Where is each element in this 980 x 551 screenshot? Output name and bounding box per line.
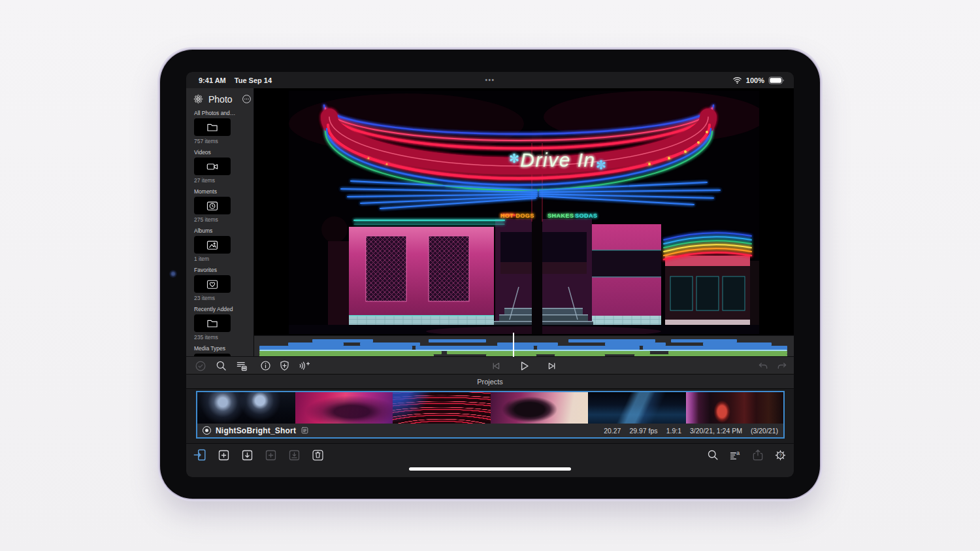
thumb-neon-arcs[interactable]: [393, 392, 491, 424]
project-aspect-ratio: 1.9:1: [666, 427, 681, 435]
search-icon[interactable]: [706, 448, 719, 461]
preview-viewer[interactable]: Drive In ✼ ✼ HOT DOGS SHAKES SODAS: [254, 88, 794, 335]
project-framerate: 29.97 fps: [629, 427, 657, 435]
project-meta: 20.27 29.97 fps 1.9:1 3/20/21, 1:24 PM (…: [604, 427, 778, 435]
playhead[interactable]: [513, 333, 514, 357]
projects-panel: NightSoBright_Short 20.27 29.97 fps 1.9:…: [186, 389, 794, 443]
skip-back-icon[interactable]: [489, 359, 502, 373]
thumb-pink-portrait[interactable]: [295, 392, 393, 424]
timeline-tracks: [259, 336, 787, 356]
sidebar-item-videos[interactable]: Videos 27 items: [186, 149, 253, 184]
drive-in-sign-text: Drive In: [520, 149, 595, 171]
import-project-icon[interactable]: [193, 448, 207, 462]
folder-icon: [206, 317, 219, 330]
kiosk-sign-sodas: SODAS: [575, 212, 598, 219]
select-check-icon[interactable]: [194, 359, 207, 373]
home-indicator[interactable]: [409, 467, 571, 471]
library-title: Photo: [208, 94, 233, 105]
notes-icon[interactable]: [301, 426, 309, 435]
favorites-heart-icon: [206, 278, 219, 291]
archive-project-icon[interactable]: [287, 448, 301, 462]
folder-icon: [206, 121, 219, 134]
projects-header: Projects: [186, 374, 794, 389]
media-toolbar: [186, 356, 794, 374]
svg-text:?: ?: [779, 452, 781, 458]
display-options-icon[interactable]: [235, 359, 248, 373]
project-cell-selected[interactable]: NightSoBright_Short 20.27 29.97 fps 1.9:…: [196, 391, 785, 439]
photos-flower-icon: [193, 93, 204, 105]
duplicate-project-icon[interactable]: [264, 448, 278, 462]
new-project-icon[interactable]: [217, 448, 231, 462]
settings-help-icon[interactable]: ?: [774, 448, 787, 462]
kiosk-sign-shakes: SHAKES: [547, 212, 574, 219]
snowflake-left-icon: ✼: [509, 152, 519, 165]
library-sidebar: Photo All Photos and… 757 items Videos: [186, 88, 254, 356]
front-camera: [169, 270, 177, 278]
home-strip: [186, 465, 794, 477]
timeline-clip-segment[interactable]: [447, 351, 650, 354]
delete-project-icon[interactable]: [311, 448, 325, 462]
undo-icon[interactable]: [757, 359, 770, 373]
library-more-button[interactable]: [241, 93, 252, 105]
ipad-device-frame: 9:41 AM Tue Sep 14 ••• 100%: [160, 50, 820, 499]
timeline-scrubber[interactable]: [254, 335, 794, 356]
preview-photo: Drive In ✼ ✼ HOT DOGS SHAKES SODAS: [289, 91, 759, 334]
multitasking-indicator: •••: [186, 76, 794, 84]
sidebar-item-all-photos[interactable]: All Photos and… 757 items: [186, 110, 253, 144]
project-name-row: NightSoBright_Short 20.27 29.97 fps 1.9:…: [197, 424, 783, 437]
download-project-icon[interactable]: [240, 448, 254, 462]
project-name: NightSoBright_Short: [216, 426, 296, 435]
video-camera-icon: [206, 160, 219, 173]
albums-photo-icon: [206, 239, 219, 252]
thumb-palm-trees[interactable]: [197, 392, 295, 424]
kiosk-sign-hot-dogs: HOT DOGS: [500, 212, 534, 219]
sort-alpha-icon[interactable]: a: [728, 448, 742, 462]
moments-clock-icon: [206, 199, 219, 212]
projects-title: Projects: [477, 378, 503, 386]
thumb-red-house[interactable]: [686, 392, 784, 424]
share-icon[interactable]: [751, 448, 764, 461]
skip-forward-icon[interactable]: [546, 359, 559, 373]
timeline-clip-segment[interactable]: [429, 339, 487, 342]
svg-text:a: a: [736, 449, 740, 456]
project-filmstrip[interactable]: [197, 392, 783, 424]
redo-icon[interactable]: [776, 359, 789, 373]
status-bar: 9:41 AM Tue Sep 14 ••• 100%: [186, 72, 794, 88]
project-duration: 20.27: [604, 427, 621, 435]
stage: 9:41 AM Tue Sep 14 ••• 100%: [0, 0, 980, 551]
thumb-blue-building[interactable]: [588, 392, 686, 424]
project-toolbar: a ?: [186, 443, 794, 465]
project-radio-selected[interactable]: [203, 426, 211, 435]
snowflake-right-icon: ✼: [596, 158, 606, 172]
library-header: Photo: [186, 88, 253, 110]
sidebar-item-moments[interactable]: Moments 275 items: [186, 188, 253, 223]
project-created-date: (3/20/21): [751, 427, 778, 435]
search-icon[interactable]: [215, 359, 227, 372]
sidebar-item-recently-added[interactable]: Recently Added 235 items: [186, 306, 253, 341]
thumb-portrait-afro[interactable]: [491, 392, 589, 424]
project-modified-date: 3/20/21, 1:24 PM: [690, 427, 742, 435]
play-icon[interactable]: [517, 359, 531, 373]
screen: 9:41 AM Tue Sep 14 ••• 100%: [186, 72, 794, 477]
sidebar-item-favorites[interactable]: Favorites 23 items: [186, 267, 253, 301]
sidebar-item-albums[interactable]: Albums 1 item: [186, 227, 253, 262]
